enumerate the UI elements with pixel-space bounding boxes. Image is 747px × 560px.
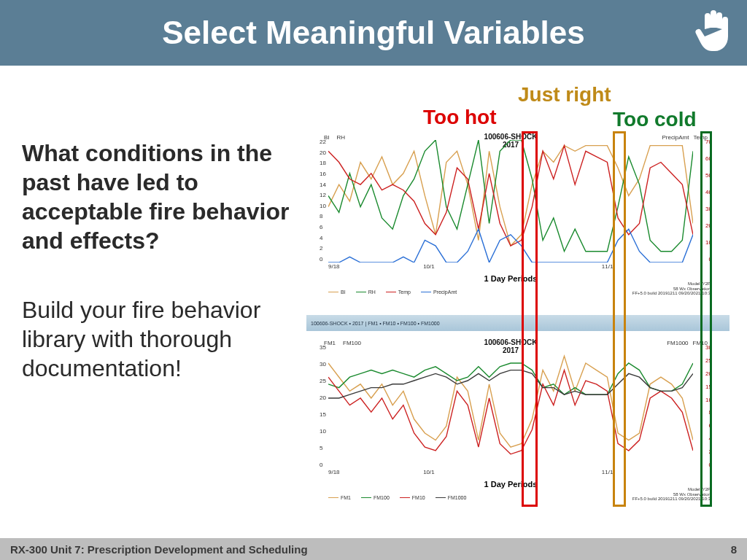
chart-top: BIRH PrecipAmtTemp 100606-SHOCK2017 2220… xyxy=(306,131,715,299)
x-axis: 9/1810/111/1 xyxy=(328,263,697,270)
label-just-right: Just right xyxy=(518,83,611,106)
data-strip: 100606-SHOCK • 2017 | FM1 • FM10 • FM100… xyxy=(306,315,729,331)
y-axis-left: 2220181614121086420 xyxy=(320,139,326,262)
highlight-too-hot xyxy=(522,131,538,507)
highlight-too-cold xyxy=(700,131,712,507)
question-text: What conditions in the past have led to … xyxy=(22,139,299,255)
footer: RX-300 Unit 7: Prescription Development … xyxy=(0,538,747,560)
footer-unit: RX-300 Unit 7: Prescription Development … xyxy=(10,543,308,556)
body: What conditions in the past have led to … xyxy=(0,66,747,532)
label-too-hot: Too hot xyxy=(423,106,497,129)
chart-stack: BIRH PrecipAmtTemp 100606-SHOCK2017 2220… xyxy=(306,131,729,505)
header: Select Meaningful Variables xyxy=(0,0,747,66)
label-too-cold: Too cold xyxy=(613,108,697,131)
instruction-text: Build your fire behavior library with th… xyxy=(22,295,299,383)
text-column: What conditions in the past have led to … xyxy=(0,88,306,532)
hand-icon xyxy=(694,9,734,57)
page-title: Select Meaningful Variables xyxy=(162,15,585,51)
chart-bottom: FM1FM100 FM1000FM10 100606-SHOCK2017 353… xyxy=(306,337,715,505)
chart-column: Too hot Just right Too cold BIRH PrecipA… xyxy=(306,88,747,532)
page-number: 8 xyxy=(731,543,737,556)
plot-lines xyxy=(328,140,693,262)
legend: BI RH Temp PrecipAmt xyxy=(328,289,457,295)
chart-meta: Model: Y2P58 Wx ObservationFF+5.0 build … xyxy=(632,281,711,296)
highlight-just-right xyxy=(613,131,626,507)
